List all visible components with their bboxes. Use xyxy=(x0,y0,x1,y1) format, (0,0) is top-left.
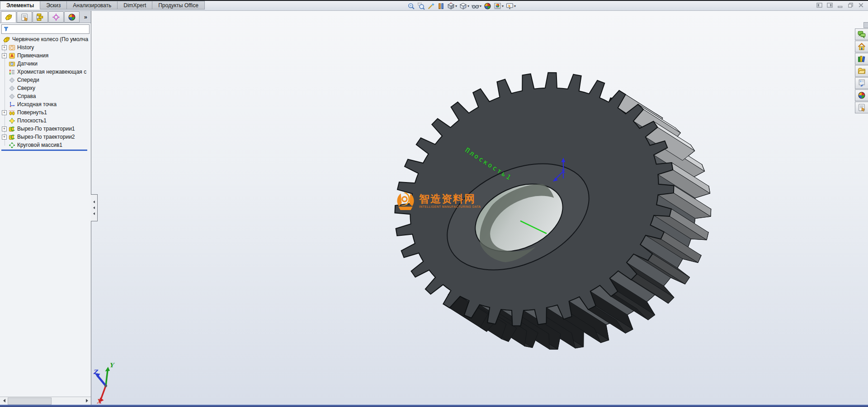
triad-y-label: Y xyxy=(109,362,113,369)
dimxpert-manager-tab[interactable] xyxy=(48,11,64,23)
configuration-manager-tab[interactable] xyxy=(33,11,48,23)
solidworks-forum-icon xyxy=(858,30,866,38)
previous-view-icon xyxy=(427,2,435,10)
previous-view-button[interactable] xyxy=(427,2,435,10)
tree-item-circpattern-13[interactable]: Круговой массив1 xyxy=(0,141,91,149)
tree-item-sweepcut-12[interactable]: +Вырез-По траектории2 xyxy=(0,133,91,141)
expander-plus-icon[interactable]: + xyxy=(2,53,7,58)
expander-plus-icon[interactable]: + xyxy=(2,110,7,115)
expander-plus-icon[interactable]: + xyxy=(2,135,7,140)
watermark: 智造资料网 INTELLIGENT MANUFACTURING DATA xyxy=(395,191,481,211)
minimize-button[interactable] xyxy=(837,2,844,10)
graphics-area[interactable]: Плоскость1 智造资料网 INTELLIGENT MANUFACTURI… xyxy=(91,10,868,405)
configuration-manager-icon xyxy=(36,13,44,21)
scroll-right-arrow[interactable] xyxy=(83,397,90,404)
edit-appearance-icon xyxy=(484,2,491,10)
expander-plus-icon[interactable]: + xyxy=(2,45,7,50)
collapse-left-pane-button[interactable] xyxy=(816,2,823,10)
apply-scene-button[interactable]: ▾ xyxy=(493,2,504,10)
design-library-button[interactable] xyxy=(855,53,868,65)
collapse-arrow-icon xyxy=(93,206,95,209)
task-pane-collapse-tab[interactable] xyxy=(863,22,868,28)
custom-properties-button[interactable] xyxy=(855,102,868,113)
view-settings-button[interactable]: ▾ xyxy=(505,2,516,10)
dropdown-arrow-icon[interactable]: ▾ xyxy=(480,4,481,8)
appearances-scenes-button[interactable] xyxy=(855,89,868,101)
solidworks-resources-button[interactable] xyxy=(855,41,868,52)
dropdown-arrow-icon[interactable]: ▾ xyxy=(455,4,457,8)
triad-z-label: Z xyxy=(93,369,98,375)
close-button[interactable] xyxy=(858,2,864,10)
tree-item-plane-7[interactable]: Справа xyxy=(0,92,91,100)
tree-item-label: Датчики xyxy=(17,61,38,67)
ribbon-tab-3[interactable]: Анализировать xyxy=(67,1,118,9)
solidworks-forum-button[interactable] xyxy=(855,28,868,40)
file-explorer-button[interactable] xyxy=(855,65,868,77)
tree-item-plane-6[interactable]: Сверху xyxy=(0,84,91,92)
section-view-button[interactable] xyxy=(437,2,445,10)
dropdown-arrow-icon[interactable]: ▾ xyxy=(502,4,504,8)
ribbon-tab-2[interactable]: Эскиз xyxy=(40,1,67,9)
tree-item-label: Хромистая нержавеющая с xyxy=(17,69,86,75)
hide-show-items-button[interactable]: ▾ xyxy=(471,2,482,10)
part-icon xyxy=(3,36,10,43)
zoom-to-fit-button[interactable] xyxy=(407,2,415,10)
tree-item-label: Вырез-По траектории1 xyxy=(17,126,75,132)
tree-item-origin-8[interactable]: Исходная точка xyxy=(0,100,91,108)
edit-appearance-button[interactable] xyxy=(483,2,492,10)
hide-show-items-icon xyxy=(472,2,479,10)
fm-tabs-overflow[interactable]: » xyxy=(84,14,87,20)
tree-filter-input[interactable] xyxy=(11,26,88,33)
tree-item-annotations-2[interactable]: +Примечания xyxy=(0,51,91,60)
view-orientation-button[interactable]: ▾ xyxy=(447,2,458,10)
ribbon-tab-5[interactable]: Продукты Office xyxy=(152,1,205,9)
rollback-bar[interactable] xyxy=(1,150,87,151)
scroll-left-arrow[interactable] xyxy=(0,397,8,404)
view-palette-button[interactable] xyxy=(855,77,868,89)
display-style-button[interactable]: ▾ xyxy=(459,2,470,10)
tree-item-sweepcut-11[interactable]: +Вырез-По траектории1 xyxy=(0,125,91,133)
triad-x-label: X xyxy=(97,398,101,405)
tree-item-material-4[interactable]: Хромистая нержавеющая с xyxy=(0,68,91,76)
tree-filter-bar[interactable] xyxy=(1,24,90,34)
view-orientation-icon xyxy=(447,2,455,10)
tree-item-label: Справа xyxy=(17,93,36,99)
plane-icon xyxy=(9,93,15,100)
expander-plus-icon[interactable]: + xyxy=(2,126,7,131)
feature-manager-body: Червячное колесо (По умолча+History+Прим… xyxy=(0,23,91,397)
dropdown-arrow-icon[interactable]: ▾ xyxy=(467,4,469,8)
tree-item-planefeat-10[interactable]: Плоскость1 xyxy=(0,117,91,125)
feature-manager-tree-tab[interactable] xyxy=(1,11,16,23)
feature-manager-tab-strip: » xyxy=(0,10,91,23)
tree-item-revolve-9[interactable]: +Повернуть1 xyxy=(0,108,91,117)
solidworks-window: ЭлементыЭскизАнализироватьDimXpertПродук… xyxy=(0,0,868,407)
gear-model[interactable] xyxy=(395,73,711,350)
command-manager-bar: ЭлементыЭскизАнализироватьDimXpertПродук… xyxy=(0,1,868,11)
tree-item-sensors-3[interactable]: Датчики xyxy=(0,60,91,68)
watermark-title: 智造资料网 xyxy=(419,193,481,204)
feature-tree: Червячное колесо (По умолча+History+Прим… xyxy=(0,35,91,149)
panel-collapse-handle[interactable] xyxy=(91,194,98,221)
sensors-icon xyxy=(9,61,15,67)
tree-item-plane-5[interactable]: Спереди xyxy=(0,76,91,84)
tree-root-item[interactable]: Червячное колесо (По умолча xyxy=(0,35,91,43)
ribbon-tab-1[interactable]: Элементы xyxy=(0,1,40,9)
task-pane-strip xyxy=(854,22,868,114)
display-manager-tab[interactable] xyxy=(64,11,80,23)
tree-root-label: Червячное колесо (По умолча xyxy=(12,36,88,42)
scrollbar-thumb[interactable] xyxy=(8,398,52,405)
ribbon-tab-4[interactable]: DimXpert xyxy=(118,1,152,9)
tree-item-history-1[interactable]: +History xyxy=(0,43,91,51)
collapse-right-pane-button[interactable] xyxy=(826,2,833,10)
collapse-arrow-icon xyxy=(93,201,95,203)
view-settings-icon xyxy=(506,2,514,10)
restore-icon xyxy=(847,2,854,9)
restore-button[interactable] xyxy=(847,2,854,10)
circpattern-icon xyxy=(9,142,15,149)
property-manager-tab[interactable] xyxy=(17,11,32,23)
tree-horizontal-scrollbar[interactable] xyxy=(0,397,91,405)
dropdown-arrow-icon[interactable]: ▾ xyxy=(514,4,516,8)
revolve-icon xyxy=(9,109,15,116)
planefeat-icon xyxy=(9,117,15,124)
zoom-to-area-button[interactable] xyxy=(417,2,425,10)
